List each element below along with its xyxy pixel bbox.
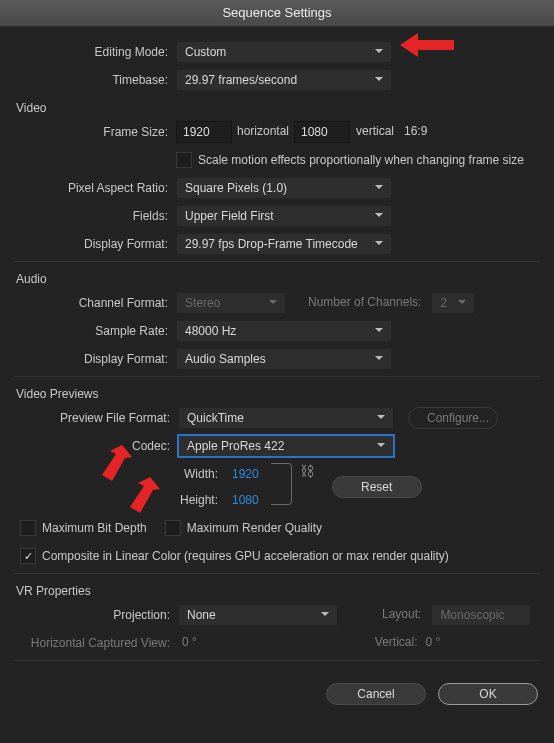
video-display-format-value: 29.97 fps Drop-Frame Timecode: [185, 237, 358, 251]
vert-value: 0 °: [422, 632, 445, 654]
num-channels-select: 2: [431, 292, 475, 314]
reset-button[interactable]: Reset: [332, 476, 422, 498]
fields-label: Fields:: [14, 209, 176, 223]
timebase-value: 29.97 frames/second: [185, 73, 297, 87]
chevron-down-icon: [267, 296, 279, 311]
layout-label: Layout:: [378, 604, 425, 626]
aspect-ratio: 16:9: [400, 121, 431, 143]
audio-display-format-label: Display Format:: [14, 352, 176, 366]
composite-linear-label: Composite in Linear Color (requires GPU …: [42, 549, 449, 563]
scale-effects-checkbox[interactable]: Scale motion effects proportionally when…: [176, 152, 524, 168]
preview-height-value[interactable]: 1080: [226, 490, 265, 510]
preview-format-label: Preview File Format:: [14, 411, 178, 425]
vr-heading: VR Properties: [16, 584, 540, 598]
checkbox-icon: [165, 520, 181, 536]
ok-button[interactable]: OK: [438, 683, 538, 705]
codec-value: Apple ProRes 422: [187, 439, 284, 453]
fields-value: Upper Field First: [185, 209, 274, 223]
video-heading: Video: [16, 101, 540, 115]
vert-label: Vertical:: [371, 632, 422, 654]
timebase-label: Timebase:: [14, 73, 176, 87]
channel-format-value: Stereo: [185, 296, 220, 310]
max-bit-depth-label: Maximum Bit Depth: [42, 521, 147, 535]
frame-size-label: Frame Size:: [14, 125, 176, 139]
chevron-down-icon: [373, 352, 385, 367]
vertical-label: vertical: [350, 121, 400, 143]
preview-format-value: QuickTime: [187, 411, 244, 425]
chevron-down-icon: [373, 324, 385, 339]
divider: [14, 261, 540, 262]
audio-display-format-select[interactable]: Audio Samples: [176, 348, 392, 370]
num-channels-label: Number of Channels:: [304, 292, 425, 314]
bracket-icon: [271, 463, 292, 505]
codec-label: Codec:: [14, 439, 178, 453]
video-display-format-select[interactable]: 29.97 fps Drop-Frame Timecode: [176, 233, 392, 255]
checkbox-icon: [20, 548, 36, 564]
par-select[interactable]: Square Pixels (1.0): [176, 177, 392, 199]
chevron-down-icon: [373, 73, 385, 88]
horizontal-label: horizontal: [232, 121, 294, 143]
channel-format-select: Stereo: [176, 292, 286, 314]
width-label: Width:: [170, 467, 226, 481]
divider: [14, 376, 540, 377]
hcv-value: 0 °: [178, 632, 201, 654]
par-label: Pixel Aspect Ratio:: [14, 181, 176, 195]
frame-height-input[interactable]: [294, 121, 350, 143]
scale-effects-label: Scale motion effects proportionally when…: [198, 153, 524, 167]
sample-rate-value: 48000 Hz: [185, 324, 236, 338]
hcv-label: Horizontal Captured View:: [14, 636, 178, 650]
timebase-select[interactable]: 29.97 frames/second: [176, 69, 392, 91]
layout-value: Monoscopic: [440, 608, 504, 622]
frame-width-input[interactable]: [176, 121, 232, 143]
chevron-down-icon: [373, 181, 385, 196]
chevron-down-icon: [375, 411, 387, 426]
audio-heading: Audio: [16, 272, 540, 286]
chevron-down-icon: [373, 209, 385, 224]
layout-select: Monoscopic: [431, 604, 531, 626]
audio-display-format-value: Audio Samples: [185, 352, 266, 366]
num-channels-value: 2: [440, 296, 447, 310]
divider: [14, 660, 540, 661]
composite-linear-checkbox[interactable]: Composite in Linear Color (requires GPU …: [20, 548, 449, 564]
chevron-down-icon: [373, 237, 385, 252]
cancel-button[interactable]: Cancel: [326, 683, 426, 705]
divider: [14, 573, 540, 574]
projection-label: Projection:: [14, 608, 178, 622]
max-render-quality-label: Maximum Render Quality: [187, 521, 322, 535]
checkbox-icon: [20, 520, 36, 536]
projection-value: None: [187, 608, 216, 622]
preview-format-select[interactable]: QuickTime: [178, 407, 394, 429]
checkbox-icon: [176, 152, 192, 168]
channel-format-label: Channel Format:: [14, 296, 176, 310]
sample-rate-label: Sample Rate:: [14, 324, 176, 338]
video-display-format-label: Display Format:: [14, 237, 176, 251]
max-bit-depth-checkbox[interactable]: Maximum Bit Depth: [20, 520, 147, 536]
editing-mode-value: Custom: [185, 45, 226, 59]
height-label: Height:: [170, 493, 226, 507]
chevron-down-icon: [375, 439, 387, 454]
editing-mode-label: Editing Mode:: [14, 45, 176, 59]
video-previews-heading: Video Previews: [16, 387, 540, 401]
fields-select[interactable]: Upper Field First: [176, 205, 392, 227]
chevron-down-icon: [373, 45, 385, 60]
dialog-title: Sequence Settings: [0, 0, 554, 27]
max-render-quality-checkbox[interactable]: Maximum Render Quality: [165, 520, 322, 536]
chevron-down-icon: [319, 608, 331, 623]
sample-rate-select[interactable]: 48000 Hz: [176, 320, 392, 342]
preview-width-value[interactable]: 1920: [226, 464, 265, 484]
par-value: Square Pixels (1.0): [185, 181, 287, 195]
chevron-down-icon: [456, 296, 468, 311]
link-icon[interactable]: ⛓: [292, 463, 322, 479]
editing-mode-select[interactable]: Custom: [176, 41, 392, 63]
projection-select[interactable]: None: [178, 604, 338, 626]
configure-button: Configure...: [408, 407, 498, 429]
codec-select[interactable]: Apple ProRes 422: [178, 435, 394, 457]
